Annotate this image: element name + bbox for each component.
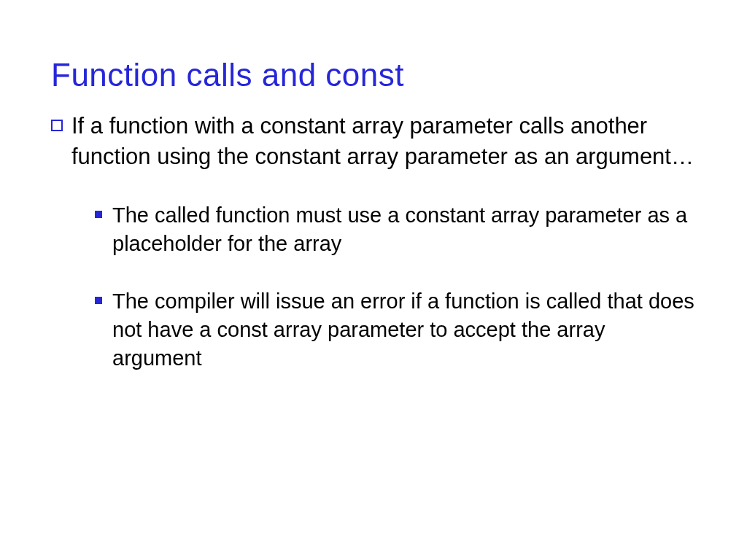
hollow-square-icon [51, 120, 63, 131]
bullet-level1-text: If a function with a constant array para… [71, 111, 696, 172]
solid-square-icon [95, 297, 102, 304]
bullet-level2-text: The called function must use a constant … [112, 201, 696, 258]
slide-title: Function calls and const [51, 57, 696, 93]
bullet-level2: The called function must use a constant … [95, 201, 696, 258]
sub-bullets-container: The called function must use a constant … [95, 201, 696, 373]
bullet-level1: If a function with a constant array para… [51, 111, 696, 172]
solid-square-icon [95, 211, 102, 218]
bullet-level2-text: The compiler will issue an error if a fu… [112, 287, 696, 373]
slide: Function calls and const If a function w… [0, 0, 747, 431]
bullet-level2: The compiler will issue an error if a fu… [95, 287, 696, 373]
